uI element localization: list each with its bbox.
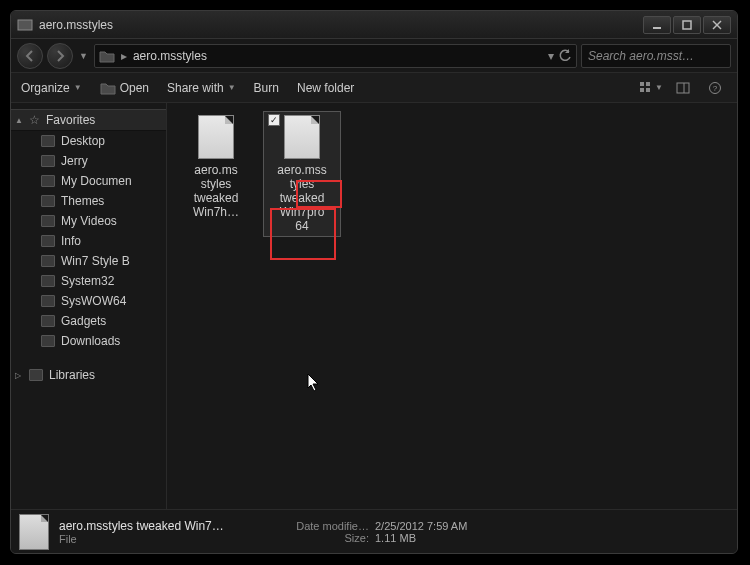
sidebar-item-label: Gadgets xyxy=(61,314,106,328)
disclose-icon: ▷ xyxy=(15,371,21,380)
file-list[interactable]: aero.msstylestweakedWin7h…✓aero.msstyles… xyxy=(167,103,737,509)
sidebar-item-label: Info xyxy=(61,234,81,248)
maximize-button[interactable] xyxy=(673,16,701,34)
sidebar-item[interactable]: Downloads xyxy=(11,331,166,351)
folder-icon xyxy=(41,195,55,207)
svg-rect-9 xyxy=(677,83,689,93)
help-button[interactable]: ? xyxy=(703,78,727,98)
sidebar-item[interactable]: My Documen xyxy=(11,171,166,191)
sidebar-item-label: System32 xyxy=(61,274,114,288)
folder-icon xyxy=(41,295,55,307)
sidebar-item[interactable]: Win7 Style B xyxy=(11,251,166,271)
titlebar: aero.msstyles xyxy=(11,11,737,39)
libraries-icon xyxy=(29,369,43,381)
svg-rect-7 xyxy=(640,88,644,92)
favorites-header[interactable]: ▲ ☆ Favorites xyxy=(11,109,166,131)
file-icon xyxy=(198,115,234,159)
sidebar-item-label: My Videos xyxy=(61,214,117,228)
sidebar-item[interactable]: Themes xyxy=(11,191,166,211)
back-button[interactable] xyxy=(17,43,43,69)
preview-pane-button[interactable] xyxy=(671,78,695,98)
details-size-value: 1.11 MB xyxy=(375,532,416,544)
details-thumb-icon xyxy=(19,514,49,550)
svg-rect-5 xyxy=(640,82,644,86)
breadcrumb-sep-icon: ▸ xyxy=(121,49,127,63)
details-date-value: 2/25/2012 7:59 AM xyxy=(375,520,467,532)
folder-icon xyxy=(41,255,55,267)
sidebar-item-label: My Documen xyxy=(61,174,132,188)
sidebar-item[interactable]: Info xyxy=(11,231,166,251)
folder-icon xyxy=(41,315,55,327)
star-icon: ☆ xyxy=(29,113,40,127)
details-filename: aero.msstyles tweaked Win7… xyxy=(59,519,269,533)
history-dropdown-icon[interactable]: ▼ xyxy=(77,51,90,61)
new-folder-button[interactable]: New folder xyxy=(297,81,354,95)
folder-icon xyxy=(41,175,55,187)
sidebar-item-label: Downloads xyxy=(61,334,120,348)
sidebar-item[interactable]: Desktop xyxy=(11,131,166,151)
libraries-label: Libraries xyxy=(49,368,95,382)
folder-icon xyxy=(41,275,55,287)
favorites-label: Favorites xyxy=(46,113,95,127)
refresh-icon[interactable] xyxy=(558,49,572,63)
svg-rect-6 xyxy=(646,82,650,86)
open-folder-icon xyxy=(100,81,116,95)
breadcrumb-segment[interactable]: aero.msstyles xyxy=(133,49,207,63)
window-title: aero.msstyles xyxy=(39,18,643,32)
disclose-icon: ▲ xyxy=(15,116,23,125)
organize-menu[interactable]: Organize▼ xyxy=(21,81,82,95)
sidebar-item[interactable]: System32 xyxy=(11,271,166,291)
burn-button[interactable]: Burn xyxy=(254,81,279,95)
svg-rect-8 xyxy=(646,88,650,92)
toolbar: Organize▼ Open Share with▼ Burn New fold… xyxy=(11,73,737,103)
address-bar[interactable]: ▸ aero.msstyles ▾ xyxy=(94,44,577,68)
svg-rect-0 xyxy=(18,20,32,30)
details-filetype: File xyxy=(59,533,269,545)
cursor-icon xyxy=(307,373,321,393)
file-icon xyxy=(284,115,320,159)
details-date-label: Date modifie… xyxy=(279,520,369,532)
search-input[interactable]: Search aero.msst… xyxy=(581,44,731,68)
file-name: aero.msstylestweakedWin7pro64 xyxy=(277,163,326,233)
svg-rect-2 xyxy=(683,21,691,29)
sidebar-item-label: SysWOW64 xyxy=(61,294,126,308)
main-area: ▲ ☆ Favorites DesktopJerryMy DocumenThem… xyxy=(11,103,737,509)
search-placeholder: Search aero.msst… xyxy=(588,49,694,63)
file-item[interactable]: ✓aero.msstylestweakedWin7pro64 xyxy=(263,111,341,237)
view-options-button[interactable]: ▼ xyxy=(639,78,663,98)
libraries-header[interactable]: ▷ Libraries xyxy=(11,365,166,385)
breadcrumb-dropdown-icon[interactable]: ▾ xyxy=(548,49,554,63)
open-button[interactable]: Open xyxy=(100,81,149,95)
folder-icon xyxy=(41,215,55,227)
forward-button[interactable] xyxy=(47,43,73,69)
sidebar: ▲ ☆ Favorites DesktopJerryMy DocumenThem… xyxy=(11,103,167,509)
folder-icon xyxy=(99,49,115,63)
checkbox-icon[interactable]: ✓ xyxy=(268,114,280,126)
close-button[interactable] xyxy=(703,16,731,34)
sidebar-item-label: Jerry xyxy=(61,154,88,168)
share-with-menu[interactable]: Share with▼ xyxy=(167,81,236,95)
explorer-window: aero.msstyles ▼ ▸ aero.msstyles xyxy=(10,10,738,554)
folder-icon xyxy=(41,135,55,147)
sidebar-item-label: Themes xyxy=(61,194,104,208)
sidebar-item[interactable]: Gadgets xyxy=(11,311,166,331)
file-item[interactable]: aero.msstylestweakedWin7h… xyxy=(177,111,255,223)
svg-text:?: ? xyxy=(713,84,718,93)
details-pane: aero.msstyles tweaked Win7… File Date mo… xyxy=(11,509,737,553)
navbar: ▼ ▸ aero.msstyles ▾ Search aero.msst… xyxy=(11,39,737,73)
folder-icon xyxy=(41,235,55,247)
sidebar-item[interactable]: SysWOW64 xyxy=(11,291,166,311)
sidebar-item-label: Win7 Style B xyxy=(61,254,130,268)
folder-icon xyxy=(41,335,55,347)
sidebar-item[interactable]: Jerry xyxy=(11,151,166,171)
minimize-button[interactable] xyxy=(643,16,671,34)
sidebar-item-label: Desktop xyxy=(61,134,105,148)
folder-icon xyxy=(41,155,55,167)
sidebar-item[interactable]: My Videos xyxy=(11,211,166,231)
window-icon xyxy=(17,17,33,33)
file-name: aero.msstylestweakedWin7h… xyxy=(193,163,239,219)
details-size-label: Size: xyxy=(279,532,369,544)
